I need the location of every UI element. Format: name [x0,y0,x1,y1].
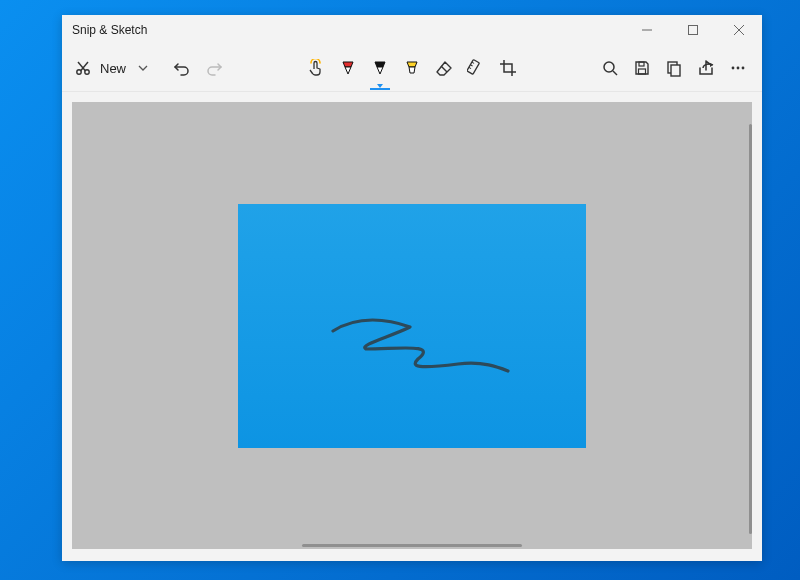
svg-point-28 [742,67,745,70]
ruler-icon [467,59,485,77]
svg-marker-13 [409,67,415,73]
zoom-icon [601,59,619,77]
svg-line-16 [472,62,474,63]
share-button[interactable] [692,54,720,82]
more-button[interactable] [724,54,752,82]
new-snip-button[interactable]: New [70,52,132,84]
selected-tool-caret [377,84,383,88]
app-window: Snip & Sketch New [62,15,762,561]
toolbar: New [62,45,762,92]
close-icon [734,25,744,35]
svg-rect-15 [467,60,479,75]
svg-line-17 [470,65,472,66]
zoom-button[interactable] [596,54,624,82]
copy-button[interactable] [660,54,688,82]
snip-image[interactable] [238,204,586,448]
pencil-button[interactable] [366,54,394,82]
toolbar-right-group [594,54,754,82]
redo-icon [205,59,223,77]
maximize-icon [688,25,698,35]
horizontal-scrollbar[interactable] [302,544,522,547]
crop-icon [499,59,517,77]
svg-marker-11 [377,67,383,74]
svg-point-26 [732,67,735,70]
eraser-icon [435,59,453,77]
ruler-button[interactable] [462,54,490,82]
maximize-button[interactable] [670,15,716,45]
window-title: Snip & Sketch [72,23,147,37]
svg-rect-24 [671,65,680,76]
ink-stroke [318,309,518,389]
svg-marker-9 [345,67,351,74]
chevron-down-icon [138,63,148,73]
title-bar: Snip & Sketch [62,15,762,45]
ballpoint-pen-icon [339,59,357,77]
new-snip-label: New [100,61,126,76]
ballpoint-pen-button[interactable] [334,54,362,82]
copy-icon [665,59,683,77]
toolbar-center-group [300,45,524,91]
redo-button[interactable] [200,54,228,82]
touch-icon [307,59,325,77]
undo-icon [173,59,191,77]
svg-line-18 [469,67,471,68]
svg-marker-12 [407,62,417,67]
save-button[interactable] [628,54,656,82]
svg-line-14 [441,66,447,72]
svg-marker-10 [375,62,385,67]
close-button[interactable] [716,15,762,45]
svg-line-20 [613,71,617,75]
touch-writing-button[interactable] [302,54,330,82]
minimize-icon [642,25,652,35]
undo-button[interactable] [168,54,196,82]
svg-marker-8 [343,62,353,67]
more-icon [729,59,747,77]
highlighter-icon [403,59,421,77]
eraser-button[interactable] [430,54,458,82]
highlighter-button[interactable] [398,54,426,82]
new-snip-dropdown-button[interactable] [132,52,154,84]
pencil-icon [371,59,389,77]
window-controls [624,15,762,45]
snip-icon [74,59,92,77]
svg-point-19 [604,62,614,72]
vertical-scrollbar[interactable] [749,124,752,534]
save-icon [633,59,651,77]
svg-rect-22 [639,69,646,74]
svg-point-27 [737,67,740,70]
toolbar-left-group: New [70,52,230,84]
canvas-area[interactable] [72,102,752,549]
minimize-button[interactable] [624,15,670,45]
svg-rect-1 [689,26,698,35]
svg-rect-21 [639,62,644,66]
crop-button[interactable] [494,54,522,82]
share-icon [697,59,715,77]
